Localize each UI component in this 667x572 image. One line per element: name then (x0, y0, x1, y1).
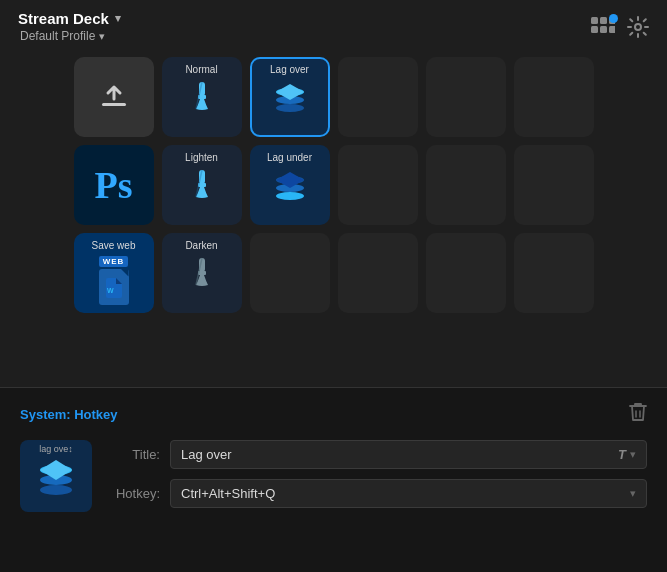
notification-badge (609, 14, 618, 23)
preview-label: lag ove↕ (39, 444, 73, 454)
preview-layers-icon (32, 452, 80, 500)
title-dropdown-icon[interactable]: ▾ (630, 448, 636, 461)
svg-point-11 (276, 104, 304, 112)
panel-key-preview: lag ove↕ (20, 440, 92, 512)
settings-button[interactable] (627, 16, 649, 38)
key-label-lagunder: Lag under (252, 152, 328, 163)
header: Stream Deck ▾ Default Profile ▾ (0, 0, 667, 43)
svg-rect-3 (591, 26, 598, 33)
title-value: Lag over (181, 447, 232, 462)
panel-header: System: Hotkey (20, 402, 647, 426)
deck-key-empty-7[interactable] (250, 233, 330, 313)
title-input[interactable]: Lag over T ▾ (170, 440, 647, 469)
key-label-normal: Normal (164, 64, 240, 75)
key-label-lagover: Lag over (252, 64, 328, 75)
profile-selector[interactable]: Default Profile ▾ (20, 29, 121, 43)
hotkey-field-label: Hotkey: (110, 486, 160, 501)
svg-point-6 (635, 24, 641, 30)
deck-key-lagunder[interactable]: Lag under (250, 145, 330, 225)
system-label-text: System: (20, 407, 71, 422)
profile-chevron-icon[interactable]: ▾ (99, 30, 105, 43)
deck-key-empty-1[interactable] (338, 57, 418, 137)
ps-icon: Ps (95, 166, 133, 204)
deck-icon-button[interactable] (591, 17, 615, 37)
brush-icon-darken (184, 255, 220, 291)
hotkey-label-text: Hotkey (74, 407, 117, 422)
app-title-text: Stream Deck (18, 10, 109, 27)
svg-point-18 (276, 192, 304, 200)
deck-key-normal[interactable]: Normal (162, 57, 242, 137)
panel-content: lag ove↕ Title: Lag over T ▾ (20, 440, 647, 512)
deck-key-empty-5[interactable] (426, 145, 506, 225)
deck-key-empty-4[interactable] (338, 145, 418, 225)
svg-rect-1 (600, 17, 607, 24)
deck-key-upload[interactable] (74, 57, 154, 137)
key-label-saveweb: Save web (76, 240, 152, 251)
deck-key-empty-2[interactable] (426, 57, 506, 137)
deck-key-empty-3[interactable] (514, 57, 594, 137)
svg-rect-5 (609, 26, 615, 33)
hotkey-field-row: Hotkey: Ctrl+Alt+Shift+Q ▾ (110, 479, 647, 508)
hotkey-input[interactable]: Ctrl+Alt+Shift+Q ▾ (170, 479, 647, 508)
web-badge: WEB (99, 256, 129, 267)
brush-icon-lighten (184, 167, 220, 203)
panel-type-label: System: Hotkey (20, 407, 118, 422)
deck-key-empty-6[interactable] (514, 145, 594, 225)
profile-label: Default Profile (20, 29, 95, 43)
panel-fields: Title: Lag over T ▾ Hotkey: Ctrl+Alt+Shi… (110, 440, 647, 508)
deck-key-darken[interactable]: Darken (162, 233, 242, 313)
title-field-label: Title: (110, 447, 160, 462)
bottom-panel: System: Hotkey lag ove↕ Tit (0, 387, 667, 572)
header-actions (591, 16, 649, 38)
text-type-icon: T (618, 447, 626, 462)
lagover-icon (269, 76, 311, 118)
svg-point-28 (40, 485, 72, 495)
svg-rect-4 (600, 26, 607, 33)
upload-icon (96, 79, 132, 115)
deck-key-lighten[interactable]: Lighten (162, 145, 242, 225)
svg-text:W: W (107, 287, 114, 294)
deck-key-lagover[interactable]: Lag over (250, 57, 330, 137)
key-label-lighten: Lighten (164, 152, 240, 163)
deck-key-saveweb[interactable]: Save web WEB W (74, 233, 154, 313)
title-chevron-icon[interactable]: ▾ (115, 12, 121, 25)
deck-key-empty-8[interactable] (338, 233, 418, 313)
title-field-row: Title: Lag over T ▾ (110, 440, 647, 469)
deck-key-photoshop[interactable]: Ps (74, 145, 154, 225)
hotkey-dropdown-icon[interactable]: ▾ (630, 487, 636, 500)
key-label-darken: Darken (164, 240, 240, 251)
saveweb-icon: WEB W (99, 256, 129, 305)
svg-rect-0 (591, 17, 598, 24)
brush-icon-normal (184, 79, 220, 115)
app-title[interactable]: Stream Deck ▾ (18, 10, 121, 27)
header-left: Stream Deck ▾ Default Profile ▾ (18, 10, 121, 43)
hotkey-value: Ctrl+Alt+Shift+Q (181, 486, 275, 501)
deck-key-empty-10[interactable] (514, 233, 594, 313)
delete-button[interactable] (629, 402, 647, 426)
lagunder-icon (269, 164, 311, 206)
key-grid: Normal Lag over Ps Lighten (0, 43, 667, 327)
svg-rect-7 (102, 103, 126, 106)
saveweb-doc-icon: W (99, 269, 129, 305)
deck-key-empty-9[interactable] (426, 233, 506, 313)
